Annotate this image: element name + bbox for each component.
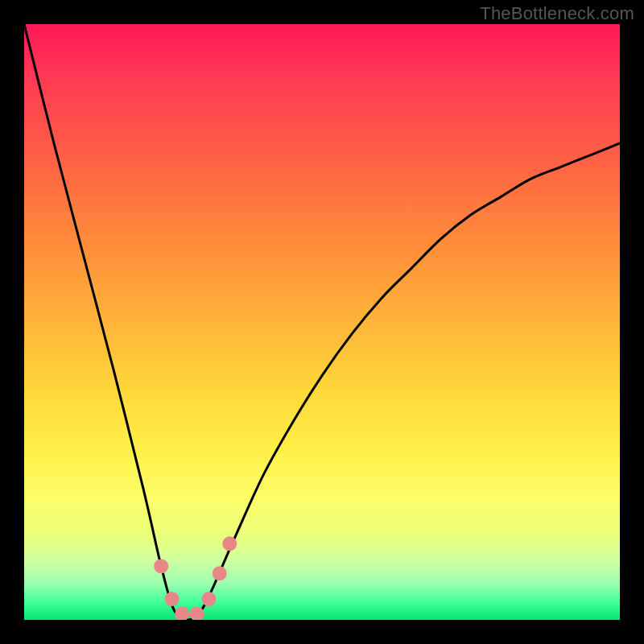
curve-dot bbox=[175, 607, 189, 620]
watermark: TheBottleneck.com bbox=[480, 3, 634, 24]
curve-dot bbox=[201, 592, 216, 606]
plot-area bbox=[24, 24, 620, 620]
curve-dots bbox=[154, 536, 237, 620]
bottleneck-curve bbox=[24, 24, 620, 620]
curve-dot bbox=[213, 566, 227, 580]
curve-layer bbox=[24, 24, 620, 620]
curve-dot bbox=[222, 536, 237, 551]
curve-dot bbox=[165, 592, 180, 606]
curve-dot bbox=[154, 559, 168, 573]
chart-stage: TheBottleneck.com bbox=[0, 0, 644, 644]
